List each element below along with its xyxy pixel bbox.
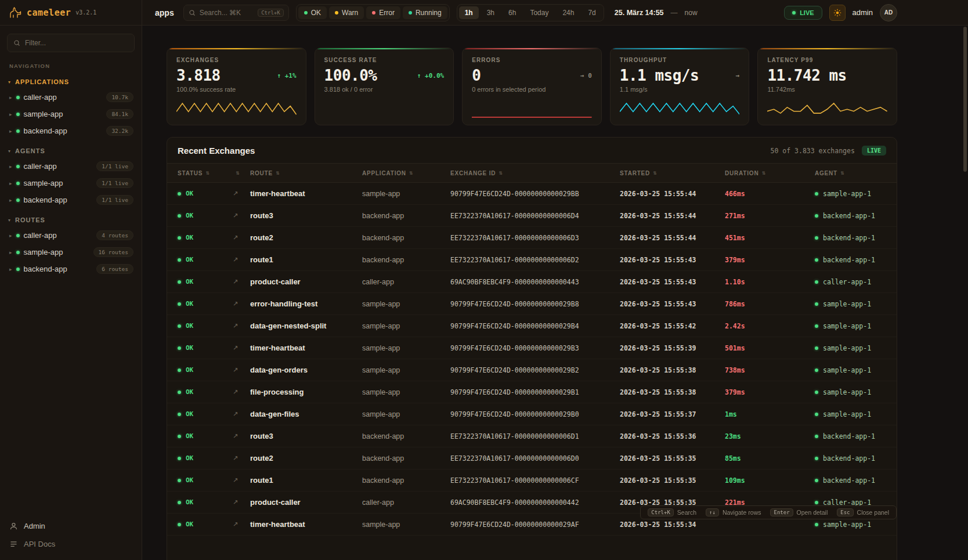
row-status: OK [186,521,193,528]
external-link-icon[interactable]: ↗ [233,212,250,219]
external-link-icon[interactable]: ↗ [233,521,250,528]
date-range-start[interactable]: 25. März 14:55 [615,9,664,17]
table-row[interactable]: OK ↗ file-processing sample-app 90799F47… [167,381,897,403]
external-link-icon[interactable]: ↗ [233,432,250,440]
row-status: OK [186,410,193,418]
sidebar-item-api-docs[interactable]: API Docs [9,540,132,548]
chevron-right-icon: ▸ [9,164,12,169]
external-link-icon[interactable]: ↗ [233,234,250,241]
avatar[interactable]: AD [880,4,897,21]
column-header[interactable]: STATUS ⇅ [178,170,233,176]
status-filter-pill[interactable]: OK [298,6,327,19]
table-row[interactable]: OK ↗ route3 backend-app EE7322370A10617-… [167,205,897,227]
sidebar-nav-item[interactable]: ▸ sample-app 16 routes [0,244,142,261]
sidebar-nav-item[interactable]: ▸ backend-app 6 routes [0,261,142,277]
table-row[interactable]: OK ↗ error-handling-test sample-app 9079… [167,293,897,315]
nav-section-toggle[interactable]: ▾ AGENTS [0,139,142,158]
table-row[interactable]: OK ↗ route2 backend-app EE7322370A10617-… [167,447,897,469]
sidebar-item-admin[interactable]: Admin [9,522,132,530]
column-header[interactable]: DURATION ⇅ [725,170,815,176]
column-header[interactable]: AGENT ⇅ [815,170,886,176]
status-filter-pill[interactable]: Warn [329,6,364,19]
external-link-icon[interactable]: ↗ [233,344,250,352]
external-link-icon[interactable]: ↗ [233,388,250,396]
stat-card[interactable]: ERRORS 0 → 0 0 errors in selected period [462,48,602,125]
table-row[interactable]: OK ↗ route1 backend-app EE7322370A10617-… [167,249,897,271]
sidebar-nav-item[interactable]: ▸ caller-app 10.7k [0,89,142,106]
table-row[interactable]: OK ↗ data-gen-files sample-app 90799F47E… [167,403,897,425]
nav-section-toggle[interactable]: ▾ APPLICATIONS [0,70,142,89]
chevron-down-icon: ▾ [8,80,11,85]
column-header[interactable]: STARTED ⇅ [620,170,725,176]
time-range-pill[interactable]: 6h [503,6,522,19]
table-row[interactable]: OK ↗ data-gen-nested-split sample-app 90… [167,315,897,337]
table-row[interactable]: OK ↗ timer-heartbeat sample-app 90799F47… [167,337,897,359]
row-status: OK [186,366,193,374]
time-range-pill[interactable]: 3h [481,6,500,19]
hint-label: Close panel [857,509,889,516]
keycap: ↑↓ [706,508,719,516]
table-row[interactable]: OK ↗ route3 backend-app EE7322370A10617-… [167,425,897,447]
sidebar-nav-item[interactable]: ▸ backend-app 32.2k [0,122,142,139]
column-header[interactable]: APPLICATION ⇅ [362,170,450,176]
sidebar-nav-item[interactable]: ▸ backend-app 1/1 live [0,192,142,208]
column-header[interactable]: ⇅ [233,171,250,176]
date-range-end[interactable]: now [685,9,698,17]
chevron-right-icon: ▸ [9,197,12,203]
external-link-icon[interactable]: ↗ [233,300,250,308]
status-filter-pill[interactable]: Running [403,6,447,19]
column-header[interactable]: ROUTE ⇅ [250,170,362,176]
table-row[interactable]: OK ↗ timer-heartbeat sample-app 90799F47… [167,183,897,205]
time-range-pill[interactable]: 1h [459,6,479,19]
time-range-pill[interactable]: 24h [557,6,580,19]
stat-card[interactable]: LATENCY P99 11.742 ms 11.742ms [757,48,897,125]
sidebar-filter-input[interactable]: Filter... [7,34,135,52]
external-link-icon[interactable]: ↗ [233,322,250,330]
external-link-icon[interactable]: ↗ [233,256,250,263]
app-logo[interactable]: cameleer v3.2.1 [0,0,142,26]
sidebar-nav-item[interactable]: ▸ sample-app 1/1 live [0,175,142,192]
table-row[interactable]: OK ↗ data-gen-orders sample-app 90799F47… [167,359,897,381]
stat-card[interactable]: SUCCESS RATE 100.0% ↑ +0.0% 3.818 ok / 0… [315,48,454,125]
row-status: OK [186,498,193,506]
nav-item-label: caller-app [24,93,57,102]
row-duration: 379ms [725,388,815,396]
external-link-icon[interactable]: ↗ [233,278,250,286]
scrollbar[interactable] [963,27,967,559]
search-input[interactable]: Search... ⌘K Ctrl+K [183,5,289,21]
stat-label: EXCHANGES [176,57,297,63]
nav-section-toggle[interactable]: ▾ ROUTES [0,208,142,227]
stat-card[interactable]: EXCHANGES 3.818 ↑ +1% 100.0% success rat… [167,48,306,125]
time-range-pill[interactable]: Today [524,6,554,19]
nav-item-badge: 1/1 live [96,195,133,205]
table-row[interactable]: OK ↗ product-caller caller-app 69AC90BF8… [167,271,897,293]
external-link-icon[interactable]: ↗ [233,454,250,462]
status-dot [178,479,181,482]
time-range-pill[interactable]: 7d [582,6,601,19]
sidebar-nav-item[interactable]: ▸ caller-app 1/1 live [0,158,142,175]
status-dot [815,324,818,328]
theme-toggle-button[interactable] [829,5,846,21]
nav-section-items: ▸ caller-app 4 routes ▸ sample-app 16 ro… [0,227,142,277]
stat-card[interactable]: THROUGHPUT 1.1 msg/s → 1.1 msg/s [610,48,750,125]
external-link-icon[interactable]: ↗ [233,498,250,506]
nav-section: ▾ APPLICATIONS ▸ caller-app 10.7k ▸ samp… [0,70,142,139]
external-link-icon[interactable]: ↗ [233,366,250,374]
sort-icon: ⇅ [499,171,503,176]
sidebar-nav-item[interactable]: ▸ sample-app 84.1k [0,106,142,122]
external-link-icon[interactable]: ↗ [233,476,250,484]
table-row[interactable]: OK ↗ route1 backend-app EE7322370A10617-… [167,469,897,492]
external-link-icon[interactable]: ↗ [233,410,250,418]
column-header[interactable]: EXCHANGE ID ⇅ [450,170,620,176]
scrollbar-thumb[interactable] [963,27,967,172]
row-application: sample-app [362,388,450,396]
sidebar-nav-item[interactable]: ▸ caller-app 4 routes [0,227,142,244]
status-filter-pill[interactable]: Error [366,6,400,19]
row-started: 2026-03-25 15:55:42 [620,322,725,330]
row-exchange-id: 90799F47E6CD24D-00000000000029AF [450,521,620,529]
live-toggle-button[interactable]: LIVE [784,6,822,20]
cell-agent: sample-app-1 [815,366,886,374]
table-row[interactable]: OK ↗ route2 backend-app EE7322370A10617-… [167,227,897,249]
external-link-icon[interactable]: ↗ [233,190,250,197]
row-status: OK [186,300,193,308]
